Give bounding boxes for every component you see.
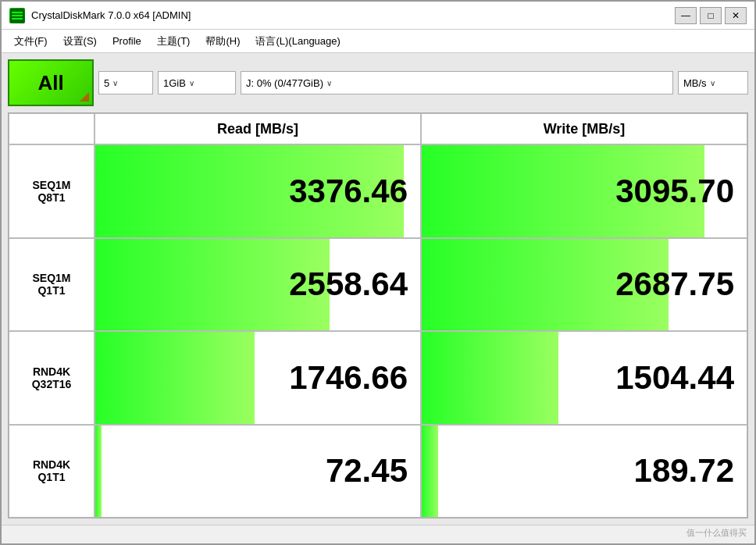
header-empty — [9, 113, 94, 144]
write-rnd4k-q1t1: 189.72 — [421, 425, 747, 518]
app-icon — [9, 8, 25, 23]
menu-profile[interactable]: Profile — [106, 34, 148, 48]
svg-rect-3 — [12, 12, 23, 13]
read-bar-2 — [95, 332, 255, 424]
read-seq1m-q8t1: 3376.46 — [94, 144, 421, 238]
main-content: All 5 ∨ 1GiB ∨ J: 0% (0/477GiB) ∨ MB/s ∨ — [2, 53, 754, 525]
svg-rect-2 — [12, 18, 23, 20]
count-dropdown-arrow: ∨ — [112, 79, 118, 87]
write-value-1: 2687.75 — [615, 265, 734, 303]
status-bar — [2, 525, 754, 543]
size-dropdown[interactable]: 1GiB ∨ — [158, 71, 236, 94]
read-value-0: 3376.46 — [289, 173, 408, 210]
header-write: Write [MB/s] — [421, 113, 747, 144]
drive-dropdown[interactable]: J: 0% (0/477GiB) ∨ — [241, 71, 673, 94]
label-rnd4k-q1t1: RND4K Q1T1 — [9, 425, 94, 518]
maximize-button[interactable]: □ — [700, 7, 722, 24]
write-value-2: 1504.44 — [615, 359, 734, 397]
write-rnd4k-q32t16: 1504.44 — [421, 331, 747, 425]
menu-settings[interactable]: 设置(S) — [57, 33, 103, 50]
window-controls: — □ ✕ — [675, 7, 747, 24]
write-seq1m-q8t1: 3095.70 — [421, 144, 747, 238]
results-grid: Read [MB/s] Write [MB/s] SEQ1M Q8T1 3376… — [8, 112, 748, 518]
menu-language[interactable]: 语言(L)(Language) — [249, 33, 346, 50]
read-value-3: 72.45 — [326, 452, 408, 490]
read-value-1: 2558.64 — [289, 265, 408, 303]
menu-file[interactable]: 文件(F) — [8, 33, 54, 50]
minimize-button[interactable]: — — [675, 7, 697, 24]
size-dropdown-arrow: ∨ — [189, 79, 194, 87]
menu-help[interactable]: 帮助(H) — [199, 33, 246, 50]
watermark: 值一什么值得买 — [686, 527, 747, 539]
read-rnd4k-q32t16: 1746.66 — [94, 331, 421, 425]
window-title: CrystalDiskMark 7.0.0 x64 [ADMIN] — [31, 9, 191, 21]
drive-dropdown-arrow: ∨ — [326, 79, 332, 87]
read-value-2: 1746.66 — [289, 359, 408, 397]
label-seq1m-q8t1: SEQ1M Q8T1 — [9, 144, 94, 238]
write-seq1m-q1t1: 2687.75 — [421, 238, 747, 332]
close-button[interactable]: ✕ — [725, 7, 747, 24]
unit-dropdown[interactable]: MB/s ∨ — [678, 71, 748, 94]
label-seq1m-q1t1: SEQ1M Q1T1 — [9, 238, 94, 332]
svg-rect-1 — [12, 15, 23, 16]
title-bar: CrystalDiskMark 7.0.0 x64 [ADMIN] — □ ✕ — [2, 2, 754, 30]
main-window: CrystalDiskMark 7.0.0 x64 [ADMIN] — □ ✕ … — [0, 0, 756, 545]
write-bar-3 — [422, 426, 438, 518]
all-button[interactable]: All — [8, 59, 94, 106]
read-seq1m-q1t1: 2558.64 — [94, 238, 421, 332]
write-value-3: 189.72 — [634, 452, 734, 490]
count-dropdown[interactable]: 5 ∨ — [98, 71, 153, 94]
label-rnd4k-q32t16: RND4K Q32T16 — [9, 331, 94, 425]
controls-row: All 5 ∨ 1GiB ∨ J: 0% (0/477GiB) ∨ MB/s ∨ — [8, 59, 748, 106]
menu-bar: 文件(F) 设置(S) Profile 主题(T) 帮助(H) 语言(L)(La… — [2, 30, 754, 53]
title-bar-left: CrystalDiskMark 7.0.0 x64 [ADMIN] — [9, 8, 191, 23]
menu-theme[interactable]: 主题(T) — [151, 33, 197, 50]
header-read: Read [MB/s] — [94, 113, 421, 144]
unit-dropdown-arrow: ∨ — [710, 79, 715, 87]
write-bar-2 — [422, 332, 558, 424]
read-bar-3 — [95, 426, 102, 518]
write-value-0: 3095.70 — [615, 173, 734, 210]
read-rnd4k-q1t1: 72.45 — [94, 425, 421, 518]
